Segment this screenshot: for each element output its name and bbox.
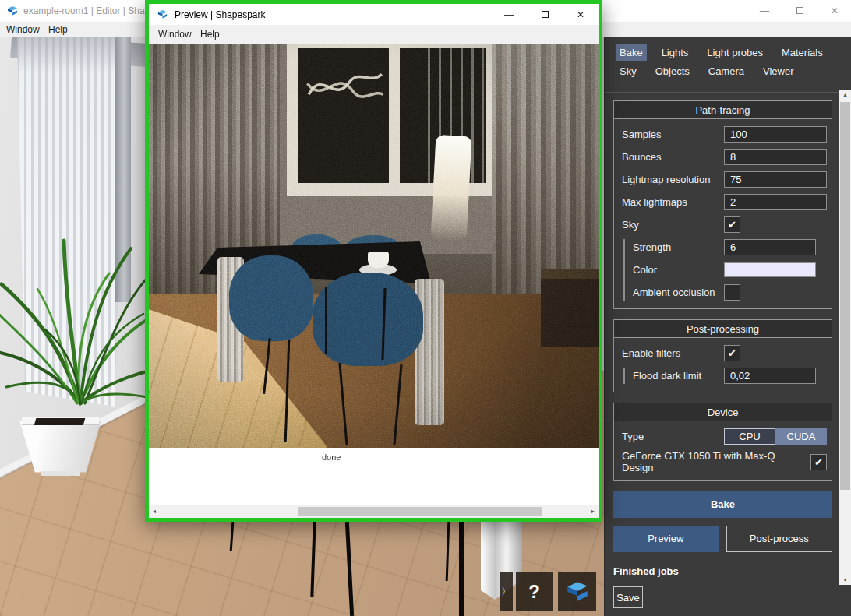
preview-window-title: Preview | Shapespark [175, 9, 266, 20]
max-lightmaps-input[interactable] [724, 194, 827, 210]
scrollbar-thumb[interactable] [298, 507, 542, 516]
finished-jobs-title: Finished jobs [613, 565, 832, 577]
tab-camera[interactable]: Camera [704, 63, 748, 79]
tab-viewer[interactable]: Viewer [759, 63, 798, 79]
viewport-logo-button[interactable] [558, 572, 596, 611]
scroll-down-icon[interactable]: ▼ [839, 575, 851, 585]
samples-label: Samples [622, 128, 724, 140]
samples-input[interactable] [724, 126, 827, 143]
device-type-label: Type [622, 431, 724, 442]
sky-checkbox[interactable]: ✔ [724, 216, 740, 233]
preview-menu-window[interactable]: Window [158, 29, 192, 40]
preview-maximize-icon[interactable] [539, 9, 550, 20]
preview-titlebar[interactable]: Preview | Shapespark — ✕ [149, 4, 599, 25]
shapespark-logo-icon [6, 5, 19, 17]
preview-minimize-icon[interactable]: — [503, 9, 514, 20]
shapespark-logo-icon [564, 579, 591, 605]
sky-label: Sky [622, 219, 724, 231]
render-preview-image [149, 44, 599, 448]
check-icon: ✔ [814, 456, 823, 468]
panel-scroll-area: Path-tracing Samples Bounces Lightmap re… [605, 92, 839, 580]
preview-menu-help[interactable]: Help [200, 29, 220, 40]
scroll-up-icon[interactable]: ▲ [839, 90, 851, 100]
tab-materials[interactable]: Materials [778, 44, 827, 61]
ambient-occlusion-label: Ambient occlusion [633, 287, 724, 298]
preview-button[interactable]: Preview [613, 526, 719, 552]
section-device: Device Type CPU CUDA GeForce GTX 1050 Ti… [613, 403, 832, 481]
section-title: Path-tracing [614, 101, 832, 119]
section-path-tracing: Path-tracing Samples Bounces Lightmap re… [613, 100, 832, 309]
device-type-cuda[interactable]: CUDA [775, 428, 827, 445]
check-icon: ✔ [728, 219, 736, 231]
lightmap-resolution-label: Lightmap resolution [622, 174, 724, 185]
flood-dark-limit-input[interactable] [724, 368, 816, 384]
enable-filters-label: Enable filters [622, 347, 724, 359]
section-title: Post-processing [614, 320, 832, 338]
help-icon: ? [528, 581, 540, 603]
editor-minimize-icon[interactable]: — [759, 5, 770, 16]
planter-soil [34, 418, 85, 425]
bounces-input[interactable] [724, 149, 827, 165]
viewport-expand-button[interactable]: 〉 [500, 572, 513, 611]
preview-menubar: Window Help [149, 25, 599, 44]
lightmap-resolution-input[interactable] [724, 171, 827, 188]
device-type-cpu[interactable]: CPU [724, 428, 775, 445]
gpu-checkbox[interactable]: ✔ [810, 454, 827, 470]
color-label: Color [633, 264, 724, 276]
planter-foot [41, 471, 79, 476]
check-icon: ✔ [728, 347, 736, 359]
preview-close-icon[interactable]: ✕ [575, 9, 586, 20]
editor-menu-help[interactable]: Help [48, 24, 68, 35]
tab-bake[interactable]: Bake [616, 44, 647, 61]
preview-status-area: done [149, 448, 599, 505]
table-leg [459, 522, 464, 616]
viewport-help-button[interactable]: ? [516, 572, 553, 611]
shapespark-logo-icon [157, 9, 168, 20]
preview-horizontal-scrollbar[interactable]: ◄ ► [149, 505, 599, 518]
tab-lights[interactable]: Lights [658, 44, 693, 61]
strength-label: Strength [633, 241, 724, 253]
render-vignette [149, 44, 599, 448]
preview-window: Preview | Shapespark — ✕ Window Help [145, 0, 602, 522]
bake-settings-panel: Bake Lights Light probes Materials Sky O… [604, 37, 851, 616]
shapespark-app: example-room1 | Editor | Shap — ✕ Window… [0, 0, 851, 616]
section-title: Device [614, 403, 832, 421]
editor-window-title: example-room1 | Editor | Shap [23, 5, 150, 16]
max-lightmaps-label: Max lightmaps [622, 196, 724, 208]
panel-vertical-scrollbar[interactable]: ▲ ▼ [839, 90, 851, 585]
bounces-label: Bounces [622, 151, 724, 163]
viewport-planter [18, 413, 103, 479]
post-process-button[interactable]: Post-process [726, 526, 833, 552]
panel-tabs: Bake Lights Light probes Materials Sky O… [616, 44, 843, 79]
sky-strength-input[interactable] [724, 239, 816, 255]
editor-maximize-icon[interactable] [794, 5, 805, 16]
scroll-right-icon[interactable]: ► [588, 505, 599, 518]
render-status-text: done [322, 452, 341, 462]
editor-menu-window[interactable]: Window [6, 24, 40, 35]
tab-sky[interactable]: Sky [616, 63, 641, 79]
section-post-processing: Post-processing Enable filters ✔ Flood d… [613, 319, 832, 392]
gpu-name-label: GeForce GTX 1050 Ti with Max-Q Design [622, 451, 810, 474]
scrollbar-thumb[interactable] [840, 102, 850, 490]
tab-objects[interactable]: Objects [651, 63, 694, 79]
chevron-right-icon: 〉 [501, 585, 511, 599]
ambient-occlusion-checkbox[interactable] [724, 284, 740, 301]
enable-filters-checkbox[interactable]: ✔ [724, 345, 740, 361]
bake-button[interactable]: Bake [613, 491, 832, 518]
scroll-left-icon[interactable]: ◄ [149, 505, 160, 518]
editor-close-icon[interactable]: ✕ [829, 5, 840, 16]
save-button[interactable]: Save [613, 586, 643, 608]
sky-color-swatch[interactable] [724, 262, 816, 277]
flood-dark-limit-label: Flood dark limit [633, 370, 724, 382]
tab-light-probes[interactable]: Light probes [703, 44, 767, 61]
